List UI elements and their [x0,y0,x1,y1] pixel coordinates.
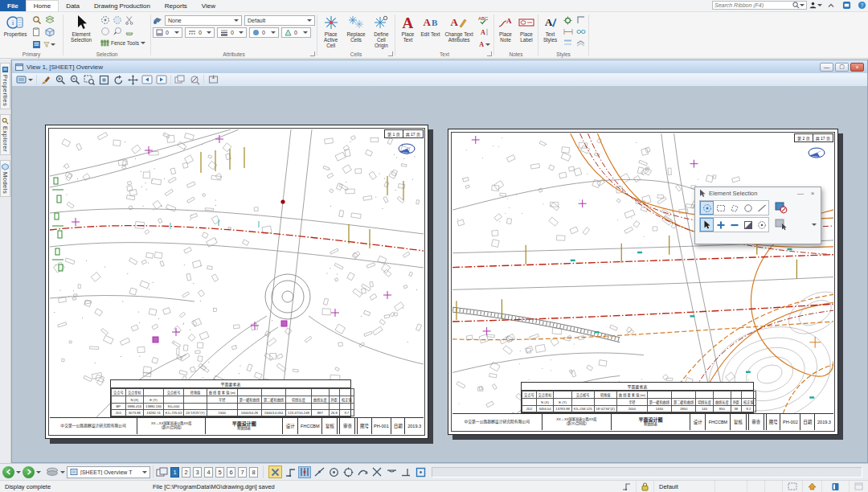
dialog-close-button[interactable]: × [808,190,817,198]
clip-volume-button[interactable] [188,74,201,85]
user-account-button[interactable] [809,0,822,10]
ribbon-search[interactable] [712,1,807,10]
place-text-button[interactable]: A Place Text [397,13,419,43]
fence-indicator[interactable] [803,481,822,492]
active-level-indicator[interactable]: Default [654,481,715,492]
spell-check-icon[interactable]: ABC [477,14,489,26]
fit-view-button[interactable] [97,74,110,85]
method-individual-button[interactable] [700,201,714,215]
copy-view-button[interactable] [174,74,186,85]
clipboard-button[interactable] [31,27,43,38]
view-group-stack-caret[interactable] [60,471,65,474]
dgn-work-mode-indicator[interactable] [822,481,850,492]
tab-home[interactable]: Home [26,0,59,11]
select-by-circle-icon[interactable] [99,14,111,26]
paste-icon[interactable] [123,26,135,37]
snap-intersection-button[interactable] [371,466,383,478]
zoom-out-button[interactable] [68,74,81,85]
view-maximize-button[interactable]: ▢ [835,63,849,72]
view-title-bar[interactable]: View 1, [SHEET] Overview — ▢ × [12,60,867,73]
select-by-shape-icon[interactable] [111,14,123,26]
update-view-button[interactable] [39,74,52,85]
method-block-button[interactable] [714,201,727,215]
search-caret-icon[interactable] [800,4,805,6]
color-select[interactable]: 0 [153,27,182,38]
fence-tools-button[interactable]: Fence Tools [99,37,147,48]
sidebar-tab-models[interactable]: Models [0,160,10,197]
scissors-icon[interactable] [123,14,135,26]
element-selection-dialog[interactable]: Element Selection — × [694,187,821,244]
mode-invert-button[interactable] [741,218,755,232]
sidebar-tab-explorer[interactable]: Explorer [0,114,10,155]
select-none-icon[interactable] [99,26,111,37]
back-button[interactable] [2,465,14,478]
text-glossary-icon[interactable]: A [477,27,489,38]
view-group-stack-button[interactable] [46,465,59,478]
search-input[interactable] [714,2,792,8]
line-style-select[interactable]: 0 [185,27,215,38]
text-styles-button[interactable]: A Text Styles [540,13,560,43]
element-selection-button[interactable]: Element Selection [65,13,97,43]
view-toggle-6[interactable]: 6 [227,467,235,478]
tab-drawing-production[interactable]: Drawing Production [87,0,158,11]
snap-tangent-button[interactable] [385,466,398,478]
view-minimize-button[interactable]: — [820,63,833,72]
rotate-view-button[interactable] [112,74,125,85]
priority-select[interactable]: 0 [281,27,311,38]
attributes-launcher[interactable] [310,51,315,56]
tab-data[interactable]: Data [59,0,87,11]
tab-file[interactable]: File [0,0,26,11]
place-note-button[interactable]: A Place Note [496,13,515,43]
view-toggle-5[interactable]: 5 [215,467,224,478]
replace-cells-button[interactable]: Replace Cells [344,13,367,43]
style-link-icon[interactable] [575,26,587,37]
mode-new-button[interactable] [700,218,714,232]
connect-advisor-button[interactable] [840,0,853,10]
filter-button[interactable] [43,39,55,50]
details-button[interactable] [31,39,43,50]
clear-selection-button[interactable] [774,201,788,215]
view-toggle-1[interactable]: 1 [170,467,179,478]
line-weight-select[interactable]: 0 [217,27,247,38]
tab-reports[interactable]: Reports [158,0,194,11]
change-text-attributes-button[interactable]: A Change Text Attributes [442,13,476,43]
place-active-cell-button[interactable]: Place Active Cell [319,13,342,49]
snap-midpoint-button[interactable] [313,466,326,478]
snap-origin-button[interactable] [342,466,354,478]
drawing-canvas[interactable]: 第 1 页 共 17 页 平面要素表 交点号交点坐标交点桩号转角值曲 线 要 素… [12,87,867,462]
dialog-minimize-button[interactable]: — [796,190,805,198]
view-next-button[interactable] [155,74,168,85]
dialog-indicator[interactable] [850,481,868,492]
accusnap-toggle-button[interactable] [414,466,427,478]
layers-button[interactable] [43,14,55,26]
dialog-title-bar[interactable]: Element Selection — × [695,187,821,199]
snap-bisector-button[interactable] [356,466,369,478]
minimize-ribbon-button[interactable] [825,0,837,10]
view-toggle-8[interactable]: 8 [249,467,258,478]
pan-view-button[interactable] [126,74,139,85]
view-toggle-2[interactable]: 2 [182,467,190,478]
forward-history-caret[interactable] [36,471,41,474]
edit-text-button[interactable]: AB Edit Text [420,13,440,37]
zoom-select-button[interactable] [31,14,43,26]
forward-button[interactable] [23,465,35,478]
text-more-button[interactable]: A [477,39,492,50]
dialog-expand-caret[interactable] [812,223,817,226]
view-display-style-button[interactable] [14,74,34,85]
dimension-style-icon[interactable] [562,26,574,37]
transparency-select[interactable]: 0 [249,27,279,38]
snap-mode-indicator[interactable] [617,481,637,492]
models-button[interactable] [43,27,55,38]
sidebar-tab-properties[interactable]: Properties [0,63,10,109]
mode-select-all-button[interactable] [755,218,768,232]
template-select[interactable]: None [165,15,242,26]
view-toggle-3[interactable]: 3 [193,467,202,478]
view-group-select[interactable]: [SHEET] Overview T [67,466,150,478]
define-cell-origin-button[interactable]: Define Cell Origin [370,13,393,49]
select-previous-icon[interactable] [111,26,123,37]
view-toggle-7[interactable]: 7 [238,467,247,478]
properties-button[interactable]: i Properties [2,13,29,37]
clip-mask-button[interactable] [207,74,219,85]
view-close-button[interactable]: × [850,63,864,72]
accudraw-toggle-button[interactable] [268,465,282,478]
